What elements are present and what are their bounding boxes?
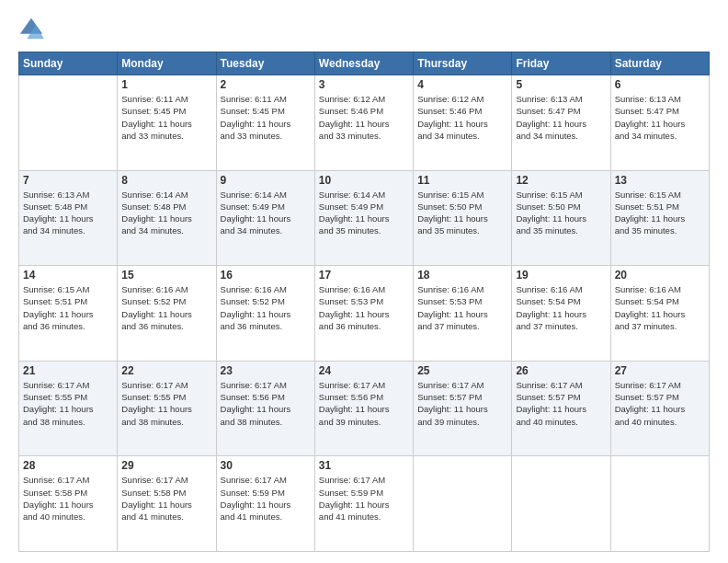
day-number: 26 bbox=[516, 364, 606, 377]
day-info: Sunrise: 6:14 AM Sunset: 5:49 PM Dayligh… bbox=[221, 189, 311, 237]
day-number: 28 bbox=[23, 459, 113, 472]
logo-icon bbox=[18, 17, 44, 42]
calendar-cell: 19Sunrise: 6:16 AM Sunset: 5:54 PM Dayli… bbox=[512, 266, 610, 362]
day-number: 30 bbox=[221, 459, 311, 472]
day-number: 14 bbox=[23, 269, 113, 282]
day-info: Sunrise: 6:15 AM Sunset: 5:50 PM Dayligh… bbox=[417, 189, 507, 237]
calendar-cell: 20Sunrise: 6:16 AM Sunset: 5:54 PM Dayli… bbox=[610, 266, 709, 362]
calendar-cell: 6Sunrise: 6:13 AM Sunset: 5:47 PM Daylig… bbox=[610, 75, 709, 171]
day-number: 25 bbox=[417, 364, 507, 377]
calendar-cell: 14Sunrise: 6:15 AM Sunset: 5:51 PM Dayli… bbox=[19, 266, 118, 362]
day-number: 29 bbox=[121, 459, 211, 472]
day-number: 3 bbox=[319, 78, 409, 91]
calendar-cell: 7Sunrise: 6:13 AM Sunset: 5:48 PM Daylig… bbox=[19, 170, 118, 266]
day-info: Sunrise: 6:11 AM Sunset: 5:45 PM Dayligh… bbox=[121, 93, 211, 142]
day-number: 21 bbox=[23, 364, 113, 377]
day-number: 23 bbox=[221, 364, 311, 377]
day-number: 5 bbox=[516, 78, 606, 91]
day-info: Sunrise: 6:13 AM Sunset: 5:47 PM Dayligh… bbox=[516, 93, 606, 142]
calendar-cell: 11Sunrise: 6:15 AM Sunset: 5:50 PM Dayli… bbox=[414, 170, 512, 266]
day-info: Sunrise: 6:13 AM Sunset: 5:47 PM Dayligh… bbox=[615, 93, 705, 142]
calendar-cell: 21Sunrise: 6:17 AM Sunset: 5:55 PM Dayli… bbox=[19, 361, 118, 456]
day-number: 27 bbox=[615, 364, 705, 377]
day-header-wednesday: Wednesday bbox=[314, 52, 413, 75]
calendar-cell: 23Sunrise: 6:17 AM Sunset: 5:56 PM Dayli… bbox=[216, 361, 314, 456]
day-info: Sunrise: 6:14 AM Sunset: 5:49 PM Dayligh… bbox=[319, 189, 409, 237]
day-header-friday: Friday bbox=[512, 52, 610, 75]
day-header-sunday: Sunday bbox=[19, 52, 118, 75]
calendar-cell: 28Sunrise: 6:17 AM Sunset: 5:58 PM Dayli… bbox=[19, 456, 118, 552]
calendar-cell: 31Sunrise: 6:17 AM Sunset: 5:59 PM Dayli… bbox=[314, 456, 413, 552]
day-info: Sunrise: 6:12 AM Sunset: 5:46 PM Dayligh… bbox=[319, 93, 409, 142]
day-number: 22 bbox=[121, 364, 211, 377]
day-info: Sunrise: 6:16 AM Sunset: 5:53 PM Dayligh… bbox=[319, 283, 409, 332]
calendar-week-5: 28Sunrise: 6:17 AM Sunset: 5:58 PM Dayli… bbox=[19, 456, 710, 552]
header bbox=[18, 17, 710, 42]
day-info: Sunrise: 6:13 AM Sunset: 5:48 PM Dayligh… bbox=[23, 189, 113, 237]
day-info: Sunrise: 6:17 AM Sunset: 5:58 PM Dayligh… bbox=[23, 474, 113, 523]
day-info: Sunrise: 6:17 AM Sunset: 5:55 PM Dayligh… bbox=[23, 379, 113, 428]
calendar-cell: 24Sunrise: 6:17 AM Sunset: 5:56 PM Dayli… bbox=[314, 361, 413, 456]
day-info: Sunrise: 6:16 AM Sunset: 5:54 PM Dayligh… bbox=[615, 283, 705, 332]
day-info: Sunrise: 6:17 AM Sunset: 5:56 PM Dayligh… bbox=[319, 379, 409, 428]
day-number: 20 bbox=[615, 269, 705, 282]
calendar-cell: 5Sunrise: 6:13 AM Sunset: 5:47 PM Daylig… bbox=[512, 75, 610, 171]
day-info: Sunrise: 6:16 AM Sunset: 5:54 PM Dayligh… bbox=[516, 283, 606, 332]
day-number: 18 bbox=[417, 269, 507, 282]
calendar-week-1: 1Sunrise: 6:11 AM Sunset: 5:45 PM Daylig… bbox=[19, 75, 710, 171]
calendar-week-2: 7Sunrise: 6:13 AM Sunset: 5:48 PM Daylig… bbox=[19, 170, 710, 266]
day-number: 24 bbox=[319, 364, 409, 377]
calendar-cell: 2Sunrise: 6:11 AM Sunset: 5:45 PM Daylig… bbox=[216, 75, 314, 171]
day-info: Sunrise: 6:15 AM Sunset: 5:51 PM Dayligh… bbox=[23, 283, 113, 332]
calendar-cell: 26Sunrise: 6:17 AM Sunset: 5:57 PM Dayli… bbox=[512, 361, 610, 456]
calendar-cell: 27Sunrise: 6:17 AM Sunset: 5:57 PM Dayli… bbox=[610, 361, 709, 456]
day-number: 16 bbox=[221, 269, 311, 282]
day-number: 7 bbox=[23, 174, 113, 187]
day-number: 17 bbox=[319, 269, 409, 282]
day-info: Sunrise: 6:16 AM Sunset: 5:52 PM Dayligh… bbox=[121, 283, 211, 332]
calendar-cell: 29Sunrise: 6:17 AM Sunset: 5:58 PM Dayli… bbox=[118, 456, 216, 552]
day-number: 2 bbox=[221, 78, 311, 91]
calendar-cell bbox=[19, 75, 118, 171]
day-info: Sunrise: 6:17 AM Sunset: 5:57 PM Dayligh… bbox=[516, 379, 606, 428]
day-number: 31 bbox=[319, 459, 409, 472]
calendar-cell: 1Sunrise: 6:11 AM Sunset: 5:45 PM Daylig… bbox=[118, 75, 216, 171]
day-info: Sunrise: 6:17 AM Sunset: 5:56 PM Dayligh… bbox=[221, 379, 311, 428]
day-info: Sunrise: 6:17 AM Sunset: 5:58 PM Dayligh… bbox=[121, 474, 211, 523]
logo bbox=[18, 17, 44, 42]
day-info: Sunrise: 6:17 AM Sunset: 5:57 PM Dayligh… bbox=[417, 379, 507, 428]
day-info: Sunrise: 6:16 AM Sunset: 5:52 PM Dayligh… bbox=[221, 283, 311, 332]
day-info: Sunrise: 6:15 AM Sunset: 5:51 PM Dayligh… bbox=[615, 189, 705, 237]
day-header-thursday: Thursday bbox=[414, 52, 512, 75]
day-number: 13 bbox=[615, 174, 705, 187]
day-info: Sunrise: 6:17 AM Sunset: 5:59 PM Dayligh… bbox=[319, 474, 409, 523]
day-number: 8 bbox=[121, 174, 211, 187]
calendar-cell: 10Sunrise: 6:14 AM Sunset: 5:49 PM Dayli… bbox=[314, 170, 413, 266]
calendar-week-4: 21Sunrise: 6:17 AM Sunset: 5:55 PM Dayli… bbox=[19, 361, 710, 456]
day-info: Sunrise: 6:15 AM Sunset: 5:50 PM Dayligh… bbox=[516, 189, 606, 237]
calendar-week-3: 14Sunrise: 6:15 AM Sunset: 5:51 PM Dayli… bbox=[19, 266, 710, 362]
calendar-cell: 9Sunrise: 6:14 AM Sunset: 5:49 PM Daylig… bbox=[216, 170, 314, 266]
calendar-body: 1Sunrise: 6:11 AM Sunset: 5:45 PM Daylig… bbox=[19, 75, 710, 552]
page: SundayMondayTuesdayWednesdayThursdayFrid… bbox=[0, 0, 728, 563]
calendar-cell: 16Sunrise: 6:16 AM Sunset: 5:52 PM Dayli… bbox=[216, 266, 314, 362]
calendar-cell: 12Sunrise: 6:15 AM Sunset: 5:50 PM Dayli… bbox=[512, 170, 610, 266]
day-number: 11 bbox=[417, 174, 507, 187]
day-number: 10 bbox=[319, 174, 409, 187]
calendar-cell bbox=[610, 456, 709, 552]
calendar-cell bbox=[414, 456, 512, 552]
calendar-cell: 22Sunrise: 6:17 AM Sunset: 5:55 PM Dayli… bbox=[118, 361, 216, 456]
day-info: Sunrise: 6:16 AM Sunset: 5:53 PM Dayligh… bbox=[417, 283, 507, 332]
calendar-cell: 4Sunrise: 6:12 AM Sunset: 5:46 PM Daylig… bbox=[414, 75, 512, 171]
calendar-cell: 18Sunrise: 6:16 AM Sunset: 5:53 PM Dayli… bbox=[414, 266, 512, 362]
day-number: 12 bbox=[516, 174, 606, 187]
day-info: Sunrise: 6:11 AM Sunset: 5:45 PM Dayligh… bbox=[221, 93, 311, 142]
calendar-header-row: SundayMondayTuesdayWednesdayThursdayFrid… bbox=[19, 52, 710, 75]
calendar-cell: 13Sunrise: 6:15 AM Sunset: 5:51 PM Dayli… bbox=[610, 170, 709, 266]
day-info: Sunrise: 6:17 AM Sunset: 5:59 PM Dayligh… bbox=[221, 474, 311, 523]
calendar-cell: 25Sunrise: 6:17 AM Sunset: 5:57 PM Dayli… bbox=[414, 361, 512, 456]
day-header-monday: Monday bbox=[118, 52, 216, 75]
calendar-table: SundayMondayTuesdayWednesdayThursdayFrid… bbox=[18, 52, 710, 552]
calendar-cell bbox=[512, 456, 610, 552]
day-info: Sunrise: 6:12 AM Sunset: 5:46 PM Dayligh… bbox=[417, 93, 507, 142]
